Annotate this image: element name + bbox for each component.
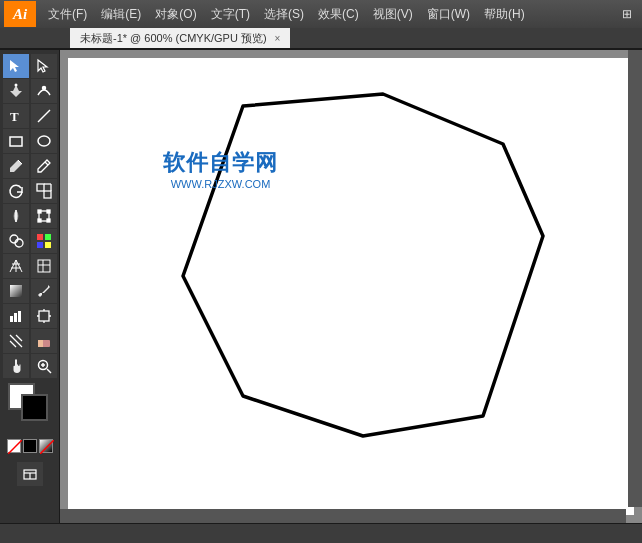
svg-rect-33 bbox=[10, 316, 13, 322]
tab-label: 未标题-1* @ 600% (CMYK/GPU 预览) bbox=[80, 31, 267, 46]
svg-line-47 bbox=[47, 369, 51, 373]
svg-text:T: T bbox=[10, 109, 19, 124]
screen-mode-tool[interactable] bbox=[17, 462, 43, 486]
line-tool[interactable] bbox=[31, 104, 57, 128]
svg-line-51 bbox=[40, 440, 54, 454]
svg-rect-4 bbox=[10, 137, 22, 146]
title-bar: Ai 文件(F) 编辑(E) 对象(O) 文字(T) 选择(S) 效果(C) 视… bbox=[0, 0, 642, 28]
svg-line-41 bbox=[10, 335, 22, 347]
eyedropper-tool[interactable] bbox=[31, 279, 57, 303]
paintbrush-tool[interactable] bbox=[3, 154, 29, 178]
live-paint-tool[interactable] bbox=[31, 229, 57, 253]
tool-row-3: T bbox=[2, 104, 57, 128]
menu-effect[interactable]: 效果(C) bbox=[312, 4, 365, 25]
pencil-tool[interactable] bbox=[31, 154, 57, 178]
pen-tool[interactable] bbox=[3, 79, 29, 103]
artboard-tool[interactable] bbox=[31, 304, 57, 328]
zoom-tool[interactable] bbox=[31, 354, 57, 378]
menu-help[interactable]: 帮助(H) bbox=[478, 4, 531, 25]
ai-logo: Ai bbox=[4, 1, 36, 27]
status-bar bbox=[0, 523, 642, 543]
watermark: 软件自学网 WWW.RJZXW.COM bbox=[163, 148, 278, 190]
tool-row-1 bbox=[2, 54, 57, 78]
svg-rect-9 bbox=[44, 191, 51, 198]
menu-edit[interactable]: 编辑(E) bbox=[95, 4, 147, 25]
tool-row-8 bbox=[2, 229, 57, 253]
free-transform-tool[interactable] bbox=[31, 204, 57, 228]
menu-file[interactable]: 文件(F) bbox=[42, 4, 93, 25]
tool-row-6 bbox=[2, 179, 57, 203]
type-tool[interactable]: T bbox=[3, 104, 29, 128]
stroke-fill-container[interactable] bbox=[8, 383, 52, 423]
tool-row-12 bbox=[2, 329, 57, 353]
slice-tool[interactable] bbox=[3, 329, 29, 353]
rotate-tool[interactable] bbox=[3, 179, 29, 203]
svg-rect-17 bbox=[47, 219, 50, 222]
tool-row-11 bbox=[2, 304, 57, 328]
svg-rect-36 bbox=[39, 311, 49, 321]
tool-row-10 bbox=[2, 279, 57, 303]
watermark-url: WWW.RJZXW.COM bbox=[163, 178, 278, 190]
color-area bbox=[2, 379, 57, 457]
shape-builder-tool[interactable] bbox=[3, 229, 29, 253]
menu-view[interactable]: 视图(V) bbox=[367, 4, 419, 25]
width-tool[interactable] bbox=[3, 204, 29, 228]
hand-tool[interactable] bbox=[3, 354, 29, 378]
rectangle-tool[interactable] bbox=[3, 129, 29, 153]
svg-line-42 bbox=[16, 335, 22, 341]
black-swatch[interactable] bbox=[23, 439, 37, 453]
tool-row-13 bbox=[2, 354, 57, 378]
shape-container bbox=[113, 76, 593, 456]
main-area: T bbox=[0, 50, 642, 523]
svg-point-0 bbox=[14, 84, 17, 87]
svg-rect-21 bbox=[45, 234, 51, 240]
svg-line-50 bbox=[8, 440, 22, 454]
screen-mode-row bbox=[2, 462, 57, 486]
svg-rect-32 bbox=[10, 285, 22, 297]
svg-point-1 bbox=[42, 87, 45, 90]
mesh-tool[interactable] bbox=[31, 254, 57, 278]
direct-selection-tool[interactable] bbox=[31, 54, 57, 78]
svg-rect-8 bbox=[37, 184, 44, 191]
svg-line-7 bbox=[45, 162, 48, 165]
swatch-icons bbox=[7, 439, 53, 453]
menu-type[interactable]: 文字(T) bbox=[205, 4, 256, 25]
scale-tool[interactable] bbox=[31, 179, 57, 203]
gradient-swatch[interactable] bbox=[39, 439, 53, 453]
tool-row-4 bbox=[2, 129, 57, 153]
tab-bar: 未标题-1* @ 600% (CMYK/GPU 预览) × bbox=[0, 28, 642, 50]
svg-line-25 bbox=[16, 260, 22, 272]
curvature-tool[interactable] bbox=[31, 79, 57, 103]
svg-line-43 bbox=[10, 341, 16, 347]
tab-close-button[interactable]: × bbox=[275, 33, 281, 44]
ellipse-tool[interactable] bbox=[31, 129, 57, 153]
stroke-swatch[interactable] bbox=[21, 394, 48, 421]
svg-line-3 bbox=[38, 110, 50, 122]
tool-row-9 bbox=[2, 254, 57, 278]
tool-row-2 bbox=[2, 79, 57, 103]
svg-rect-35 bbox=[18, 311, 21, 322]
selection-tool[interactable] bbox=[3, 54, 29, 78]
column-graph-tool[interactable] bbox=[3, 304, 29, 328]
svg-rect-34 bbox=[14, 313, 17, 322]
watermark-text: 软件自学网 bbox=[163, 148, 278, 178]
menu-grid[interactable]: ⊞ bbox=[616, 5, 638, 23]
none-swatch[interactable] bbox=[7, 439, 21, 453]
svg-rect-15 bbox=[47, 210, 50, 213]
perspective-grid-tool[interactable] bbox=[3, 254, 29, 278]
tool-row-5 bbox=[2, 154, 57, 178]
menu-window[interactable]: 窗口(W) bbox=[421, 4, 476, 25]
svg-rect-23 bbox=[45, 242, 51, 248]
menu-select[interactable]: 选择(S) bbox=[258, 4, 310, 25]
eraser-tool[interactable] bbox=[31, 329, 57, 353]
menu-object[interactable]: 对象(O) bbox=[149, 4, 202, 25]
document-tab[interactable]: 未标题-1* @ 600% (CMYK/GPU 预览) × bbox=[70, 28, 290, 48]
tool-row-7 bbox=[2, 204, 57, 228]
svg-rect-14 bbox=[38, 210, 41, 213]
canvas-area[interactable]: 软件自学网 WWW.RJZXW.COM bbox=[60, 50, 642, 523]
gradient-tool[interactable] bbox=[3, 279, 29, 303]
svg-point-5 bbox=[38, 136, 50, 146]
menu-bar: 文件(F) 编辑(E) 对象(O) 文字(T) 选择(S) 效果(C) 视图(V… bbox=[42, 4, 638, 25]
svg-rect-22 bbox=[37, 242, 43, 248]
svg-rect-29 bbox=[38, 260, 50, 272]
